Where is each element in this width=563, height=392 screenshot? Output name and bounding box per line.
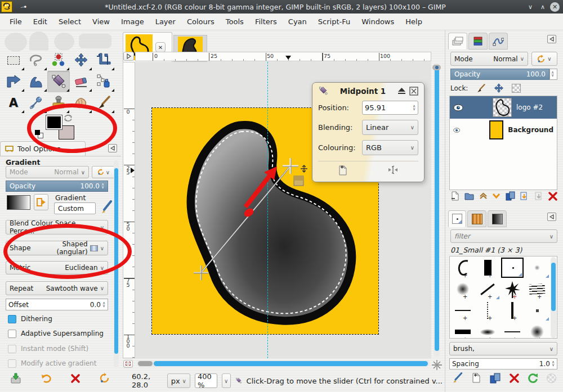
gradient-preview[interactable] xyxy=(7,195,30,210)
brushes-tab[interactable] xyxy=(448,210,466,227)
close-tab-icon[interactable]: ✕ xyxy=(155,42,166,52)
minimize-button[interactable]: ∨ xyxy=(524,3,537,11)
layer-mode-dropdown[interactable]: Mode Normal∨ xyxy=(450,52,528,66)
vertical-scrollbar-thumb[interactable] xyxy=(435,66,439,351)
layer-mode-switch-button[interactable]: ∨ xyxy=(531,52,557,66)
channels-tab[interactable] xyxy=(468,33,488,49)
zoom-input[interactable]: 400 % xyxy=(195,373,217,388)
delete-layer-button[interactable] xyxy=(548,192,557,201)
horizontal-scrollbar[interactable] xyxy=(137,360,430,367)
quick-mask-toggle[interactable] xyxy=(123,360,133,368)
menu-file[interactable]: File xyxy=(5,15,27,28)
brush-item[interactable]: + xyxy=(450,300,475,321)
close-button[interactable]: ✕ xyxy=(550,2,560,12)
menu-windows[interactable]: Windows xyxy=(356,15,399,28)
ruler-corner-icon[interactable] xyxy=(432,65,441,70)
new-brush-button[interactable] xyxy=(471,373,481,383)
text-tool[interactable]: A xyxy=(2,92,25,114)
horizontal-scrollbar-thumb[interactable] xyxy=(154,361,428,366)
select-by-colour-tool[interactable] xyxy=(47,49,70,71)
edit-brush-button[interactable] xyxy=(452,372,463,384)
brush-item[interactable]: + xyxy=(475,257,500,278)
layer-opacity-spinner[interactable]: ∧∨ xyxy=(549,69,557,80)
layers-menu-button[interactable] xyxy=(547,35,556,43)
mode-switch-button[interactable]: ∨ xyxy=(92,166,115,178)
brush-item[interactable]: + xyxy=(525,321,549,339)
layer-row-background[interactable]: Background xyxy=(450,119,557,141)
brush-item[interactable]: + xyxy=(450,321,475,339)
save-tool-preset-button[interactable] xyxy=(9,372,23,385)
unit-dropdown[interactable]: px∨ xyxy=(167,373,190,388)
menu-select[interactable]: Select xyxy=(53,15,86,28)
midpoint-dialog[interactable]: Midpoint 1 Position: 95.91 ∧∨ Blending: … xyxy=(312,82,425,182)
free-select-tool[interactable] xyxy=(25,49,47,71)
brush-item-selected[interactable] xyxy=(500,257,525,278)
colouring-dropdown[interactable]: RGB∨ xyxy=(362,140,418,155)
eraser-tool[interactable] xyxy=(70,71,92,92)
lock-alpha-icon[interactable] xyxy=(512,84,521,93)
duplicate-layer-button[interactable] xyxy=(506,191,515,201)
repeat-dropdown[interactable]: Repeat Sawtooth wave∨ xyxy=(6,281,108,295)
delete-tool-preset-button[interactable] xyxy=(69,372,82,385)
lock-pixels-icon[interactable] xyxy=(476,84,486,93)
visibility-eye-icon[interactable] xyxy=(453,104,463,111)
gradient-tool[interactable] xyxy=(47,71,70,92)
horizontal-ruler[interactable]: 0 25 50 75 100 xyxy=(135,52,431,61)
dithering-checkbox[interactable]: Dithering xyxy=(6,314,106,324)
brush-item[interactable]: + xyxy=(475,300,500,321)
paths-tab[interactable] xyxy=(489,33,508,49)
rectangle-select-tool[interactable] xyxy=(2,49,25,71)
layer-opacity-slider[interactable]: Opacity 100.0 xyxy=(450,69,549,80)
horizontal-scrollbar-cap[interactable] xyxy=(138,361,153,366)
zoom-dropdown-button[interactable]: ∨ xyxy=(222,373,231,388)
menu-view[interactable]: View xyxy=(87,15,115,28)
anchor-layer-button[interactable] xyxy=(534,191,544,201)
brush-item[interactable] xyxy=(525,300,549,321)
maximize-button[interactable]: ∧ xyxy=(537,3,549,11)
menu-colours[interactable]: Colours xyxy=(182,15,220,28)
brush-item[interactable]: + xyxy=(500,300,525,321)
menu-edit[interactable]: Edit xyxy=(28,15,52,28)
brush-grid-scrollbar[interactable] xyxy=(551,257,556,338)
gradients-tab[interactable] xyxy=(488,210,507,227)
gradient-name-box[interactable]: Custom xyxy=(54,202,96,214)
edit-gradient-button[interactable] xyxy=(100,200,113,215)
brush-item[interactable]: + xyxy=(500,278,525,300)
menu-cyan[interactable]: Cyan xyxy=(283,15,312,28)
close-dialog-icon[interactable] xyxy=(409,87,418,96)
new-stop-button[interactable] xyxy=(338,165,348,175)
centre-midpoint-button[interactable] xyxy=(387,165,399,174)
ink-tool[interactable] xyxy=(92,71,115,92)
layer-row-logo[interactable]: logo #2 xyxy=(450,96,557,119)
duplicate-brush-button[interactable] xyxy=(490,373,501,384)
vertical-guide[interactable] xyxy=(267,62,268,358)
brush-item[interactable]: + xyxy=(450,257,475,278)
menu-image[interactable]: Image xyxy=(116,15,149,28)
lower-layer-button[interactable] xyxy=(492,193,501,199)
menu-script-fu[interactable]: Script-Fu xyxy=(313,15,355,28)
spacing-spinbox[interactable]: Spacing 1.0 ∧∨ xyxy=(449,358,557,370)
delete-brush-button[interactable] xyxy=(510,373,519,383)
adaptive-supersampling-checkbox[interactable]: Adaptive Supersampling xyxy=(6,328,106,339)
brush-item[interactable]: + xyxy=(475,321,500,339)
tool-options-menu-button[interactable] xyxy=(108,144,117,152)
brush-filter-input[interactable]: filter∨ xyxy=(450,229,557,243)
tool-opacity-slider[interactable]: Opacity 100.0 ∧∨ xyxy=(6,181,108,192)
paint-mode-dropdown[interactable]: Mode Normal ∨ xyxy=(6,166,89,178)
brush-grid-scrollbar-thumb[interactable] xyxy=(551,263,556,311)
refresh-brushes-button[interactable] xyxy=(528,373,538,384)
ruler-origin-button[interactable] xyxy=(123,52,134,61)
menu-layer[interactable]: Layer xyxy=(150,15,181,28)
visibility-eye-icon[interactable] xyxy=(453,127,460,134)
vertical-ruler[interactable]: 0 25 50 75 100 xyxy=(123,62,135,358)
reverse-gradient-button[interactable] xyxy=(34,194,48,210)
menu-help[interactable]: Help xyxy=(400,15,427,28)
brush-item[interactable]: + xyxy=(500,321,525,339)
modify-active-gradient-checkbox[interactable]: Modify active gradient xyxy=(6,358,106,368)
lock-position-icon[interactable] xyxy=(494,83,504,93)
open-brush-as-image-button[interactable] xyxy=(547,373,556,383)
brush-item[interactable]: + xyxy=(475,278,500,300)
vertical-scrollbar[interactable] xyxy=(434,63,440,357)
brushes-menu-button[interactable] xyxy=(547,213,556,221)
warp-transform-tool[interactable] xyxy=(25,71,47,92)
